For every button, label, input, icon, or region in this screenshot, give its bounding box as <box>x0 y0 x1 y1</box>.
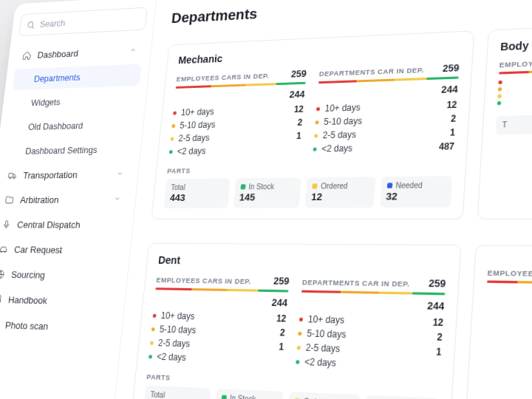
chevron-down-icon <box>116 168 124 180</box>
card-row: Mechanic EMPLOYEES CARS IN DEP.259 244 1… <box>151 20 532 219</box>
sidebar-item-central-dispatch[interactable]: Central Dispatch <box>0 214 126 236</box>
sidebar-item-departments[interactable]: Departments <box>12 64 141 91</box>
parts-needed: Needed32 <box>364 395 439 399</box>
panel-departments-car: DEPARTMENTS CAR IN DEP.259 244 10+ days1… <box>313 62 460 156</box>
panel-employees-cars: EMPLOYEES CARS IN DEP.259 244 10+ days12… <box>148 273 290 368</box>
search-input[interactable]: Search <box>18 7 147 36</box>
chevron-up-icon <box>129 45 137 56</box>
panel-sub-value: 244 <box>317 83 458 99</box>
nav-label: Old Dashboard <box>28 120 83 132</box>
search-icon <box>26 20 35 30</box>
nav-label: Transportation <box>23 169 78 180</box>
svg-point-3 <box>10 177 11 179</box>
parts-section: PARTS Total443 In Stock145 Ordered12 Nee… <box>143 372 440 399</box>
parts-section: PARTS Total443 In Stock145 Ordered12 Nee… <box>163 163 453 208</box>
nav-label: Departments <box>33 72 81 83</box>
sidebar-item-widgets[interactable]: Widgets <box>9 89 139 115</box>
panel-label: DEPARTMENTS CAR IN DEP. <box>319 66 425 78</box>
panel-top-value: 259 <box>443 62 460 74</box>
card-title: Mechanic <box>178 42 461 66</box>
sidebar-item-old-dashboard[interactable]: Old Dashboard <box>6 113 136 138</box>
globe-icon <box>0 269 6 280</box>
nav-label: Handbook <box>7 294 47 306</box>
parts-total: Total443 <box>143 386 211 399</box>
segmented-bar <box>301 290 446 296</box>
app-window: Search Dashboard Departments Widgets Old… <box>0 0 532 399</box>
nav-label: Arbitration <box>20 194 60 205</box>
card-mechanic: Mechanic EMPLOYEES CARS IN DEP.259 244 1… <box>151 30 474 219</box>
home-icon <box>21 50 32 61</box>
sidebar-item-dashboard[interactable]: Dashboard <box>15 40 144 66</box>
nav-label: Sourcing <box>10 269 45 280</box>
panel-label: EMPLOYEES <box>499 58 532 69</box>
panel-sub-value: 244 <box>174 89 305 103</box>
mic-icon <box>1 219 12 230</box>
panel-top-value: 259 <box>290 68 307 80</box>
folder-icon <box>4 195 15 205</box>
nav-label: Central Dispatch <box>17 219 81 231</box>
book-icon <box>0 294 3 305</box>
svg-line-1 <box>32 26 34 28</box>
parts-in-stock: In Stock145 <box>214 389 284 399</box>
svg-point-4 <box>13 177 15 179</box>
parts-ordered: Ordered12 <box>287 392 359 399</box>
card-title: Dent <box>158 254 448 270</box>
nav-label: Photo scan <box>4 320 49 332</box>
svg-rect-2 <box>8 174 13 177</box>
parts-label: PARTS <box>167 163 454 174</box>
main-content: Departments View all stats → Mechanic EM… <box>105 0 532 399</box>
card-dent: Dent EMPLOYEES CARS IN DEP.259 244 10+ d… <box>130 243 462 399</box>
nav-label: Dashboard <box>37 48 79 60</box>
nav-label: Widgets <box>30 97 61 108</box>
card-cut: EMPLOYEES <box>464 245 532 399</box>
sidebar-item-handbook[interactable]: Handbook <box>0 288 117 314</box>
sidebar-item-transportation[interactable]: Transportation <box>0 163 131 187</box>
card-title: Body Shop <box>500 36 532 53</box>
parts-in-stock: In Stock145 <box>233 177 301 208</box>
card-body-shop: Body Shop EMPLOYEES T <box>477 24 532 219</box>
segmented-bar <box>487 281 532 285</box>
sidebar-item-sourcing[interactable]: Sourcing <box>0 263 120 287</box>
panel-employees-cars: EMPLOYEES CARS IN DEP.259 244 10+ days12… <box>168 68 307 158</box>
sidebar-item-arbitration[interactable]: Arbitration <box>0 188 129 211</box>
svg-rect-5 <box>5 221 8 226</box>
sidebar-item-car-request[interactable]: Car Request <box>0 239 123 262</box>
parts-needed: Needed32 <box>379 176 452 208</box>
card-row: Dent EMPLOYEES CARS IN DEP.259 244 10+ d… <box>130 243 532 399</box>
parts-total: T <box>495 113 532 134</box>
panel-departments-car: DEPARTMENTS CAR IN DEP.259 244 10+ days1… <box>296 276 446 375</box>
sidebar-item-photo-scan[interactable]: Photo scan <box>0 313 115 340</box>
car-icon <box>0 244 9 255</box>
panel-label: EMPLOYEES CARS IN DEP. <box>176 72 270 83</box>
parts-total: Total443 <box>163 178 230 208</box>
segmented-bar <box>499 68 532 74</box>
chevron-down-icon <box>113 194 121 205</box>
truck-icon <box>7 170 18 180</box>
segmented-bar <box>155 287 288 292</box>
sidebar-item-dashboard-settings[interactable]: Dashboard Settings <box>3 138 134 163</box>
nav-label: Dashboard Settings <box>25 144 98 156</box>
search-placeholder: Search <box>39 18 66 29</box>
parts-ordered: Ordered12 <box>304 177 375 208</box>
nav-label: Car Request <box>14 245 63 256</box>
